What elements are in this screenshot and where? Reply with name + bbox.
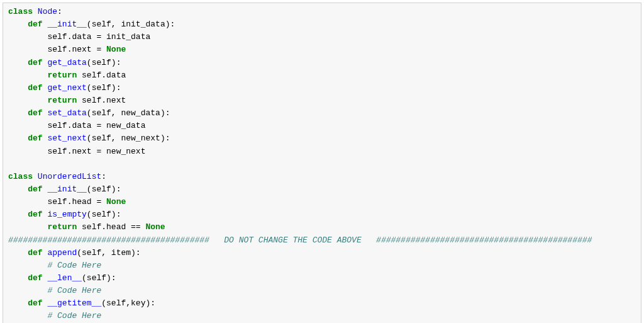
params: (self, new_next): <box>87 133 170 143</box>
params: (self): <box>87 83 121 93</box>
builtin-none: None <box>106 45 126 54</box>
keyword-def: def <box>28 108 42 118</box>
separator-line: ########################################… <box>8 235 592 245</box>
line: def get_data(self): <box>8 58 121 67</box>
fn-name: append <box>47 248 77 258</box>
keyword-def: def <box>28 58 42 67</box>
line: def __init__(self, init_data): <box>8 20 175 29</box>
line: def set_data(self, new_data): <box>8 108 170 118</box>
stmt: self.data = init_data <box>47 32 150 42</box>
blank-line <box>8 159 13 169</box>
line: self.head = None <box>8 197 126 207</box>
params: (self): <box>87 184 121 194</box>
fn-name: get_data <box>47 58 86 67</box>
colon: : <box>57 7 62 16</box>
ret-val: self.next <box>77 96 126 105</box>
params: (self): <box>87 210 121 219</box>
keyword-return: return <box>47 222 77 232</box>
comment: # Code Here <box>47 261 101 270</box>
line: def append(self, item): <box>8 248 141 258</box>
keyword-def: def <box>28 184 42 194</box>
params: (self,key): <box>101 298 155 308</box>
comment: # Code Here <box>47 286 101 295</box>
keyword-def: def <box>28 20 42 29</box>
line: return self.next <box>8 96 126 105</box>
keyword-return: return <box>47 96 77 105</box>
params: (self, new_data): <box>87 108 170 118</box>
line: self.data = new_data <box>8 121 145 130</box>
sep-text: DO NOT CHANGE THE CODE ABOVE <box>209 235 376 245</box>
keyword-def: def <box>28 83 42 93</box>
class-name: Node <box>38 7 57 16</box>
builtin-none: None <box>145 222 165 232</box>
line: return self.head == None <box>8 222 165 232</box>
fn-name: is_empty <box>47 210 86 219</box>
keyword-class: class <box>8 7 33 16</box>
line: class Node: <box>8 7 62 16</box>
colon: : <box>101 172 106 181</box>
line: self.next = None <box>8 45 126 54</box>
line: def __len__(self): <box>8 273 116 283</box>
line: def __getitem__(self,key): <box>8 298 155 308</box>
ret-mid: self.head == <box>77 222 145 232</box>
sep-right: ########################################… <box>376 235 592 245</box>
fn-name: __getitem__ <box>47 298 101 308</box>
sep-left: ########################################… <box>8 235 209 245</box>
line: self.next = new_next <box>8 147 145 156</box>
keyword-def: def <box>28 248 42 258</box>
keyword-def: def <box>28 273 42 283</box>
keyword-return: return <box>47 71 77 80</box>
keyword-def: def <box>28 210 42 219</box>
line: def is_empty(self): <box>8 210 121 219</box>
line: # Code Here <box>8 286 101 295</box>
line: return self.data <box>8 71 126 80</box>
line: # Code Here <box>8 311 101 320</box>
builtin-none: None <box>106 197 126 207</box>
params: (self): <box>82 273 116 283</box>
stmt: self.data = new_data <box>47 121 145 130</box>
keyword-class: class <box>8 172 33 181</box>
line: class UnorderedList: <box>8 172 106 181</box>
stmt-pre: self.head = <box>47 197 106 207</box>
fn-name: set_data <box>47 108 86 118</box>
params: (self): <box>87 58 121 67</box>
code-block: class Node: def __init__(self, init_data… <box>3 3 641 323</box>
line: def get_next(self): <box>8 83 121 93</box>
stmt-pre: self.next = <box>47 45 106 54</box>
fn-name: get_next <box>47 83 86 93</box>
line: self.data = init_data <box>8 32 150 42</box>
params: (self, init_data): <box>87 20 175 29</box>
class-name: UnorderedList <box>38 172 101 181</box>
params: (self, item): <box>77 248 140 258</box>
comment: # Code Here <box>47 311 101 320</box>
fn-name: __init__ <box>47 184 86 194</box>
line: # Code Here <box>8 261 101 270</box>
keyword-def: def <box>28 298 42 308</box>
fn-name: __len__ <box>47 273 82 283</box>
fn-name: set_next <box>47 133 86 143</box>
ret-val: self.data <box>77 71 126 80</box>
line: def __init__(self): <box>8 184 121 194</box>
line: def set_next(self, new_next): <box>8 133 170 143</box>
keyword-def: def <box>28 133 42 143</box>
stmt: self.next = new_next <box>47 147 145 156</box>
fn-name: __init__ <box>47 20 86 29</box>
